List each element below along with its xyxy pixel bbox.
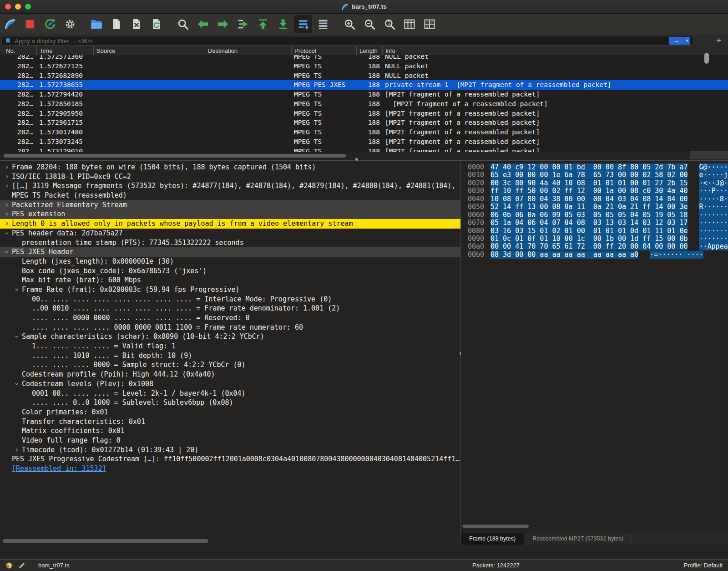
go-back-button[interactable] xyxy=(194,15,212,33)
collapse-icon[interactable]: › xyxy=(12,286,22,293)
collapse-icon[interactable]: › xyxy=(2,249,12,255)
detail-row[interactable]: presentation time stamp (PTS): 77345.351… xyxy=(0,238,460,248)
hex-bytes[interactable]: 00 3c 80 90 4a 40 10 08 01 01 01 00 01 2… xyxy=(490,179,688,187)
hex-ascii[interactable]: ···P···· ·····0J@ xyxy=(699,187,728,195)
packet-row[interactable]: 282…1.573017480MPEG TS188[MP2T fragment … xyxy=(0,127,728,137)
detail-row[interactable]: ›PES header data: 2d7ba75a27 xyxy=(0,229,460,238)
number-columns-button[interactable]: 123 xyxy=(420,15,439,33)
column-header-no[interactable]: No. xyxy=(0,46,36,55)
hex-bytes[interactable]: 65 e3 00 00 00 1e 6a 78 65 73 00 00 02 5… xyxy=(490,171,688,179)
hex-bytes[interactable]: ff 10 ff 50 00 02 ff 12 00 1a 00 08 c0 3… xyxy=(490,187,688,195)
packet-row[interactable]: 282…1.572571360MPEG TS188NULL packet xyxy=(0,55,728,61)
expand-icon[interactable]: › xyxy=(4,200,10,210)
detail-row[interactable]: Box code (jxes_box_code): 0x6a786573 ('j… xyxy=(0,266,460,276)
hex-bytes[interactable]: 10 08 07 80 04 38 00 00 00 04 03 04 08 1… xyxy=(490,195,688,203)
hex-bytes[interactable]: 08 3d 00 00 aa aa aa aa aa aa aa a0 xyxy=(490,251,638,259)
go-first-button[interactable] xyxy=(254,15,272,33)
zoom-button[interactable] xyxy=(25,4,31,10)
detail-row[interactable]: 00.. .... .... .... .... .... .... .... … xyxy=(0,295,460,304)
tab-reassembled[interactable]: Reassembled MP2T (573532 bytes) xyxy=(524,533,632,545)
tab-frame[interactable]: Frame (188 bytes) xyxy=(461,533,524,545)
reassembled-link-row[interactable]: [Reassembled in: 31532] xyxy=(0,464,460,474)
find-packet-button[interactable] xyxy=(174,15,192,33)
packet-row[interactable]: 282…1.572961715MPEG TS188[MP2T fragment … xyxy=(0,118,728,127)
zoom-in-button[interactable] xyxy=(340,15,359,33)
hex-ascii[interactable]: ··Appear ·· ····· xyxy=(699,243,728,250)
detail-row[interactable]: ›ISO/IEC 13818-1 PID=0xc9 CC=2 xyxy=(0,172,460,182)
detail-row[interactable]: .... .... 0..0 1000 = Sublevel: Sublev6b… xyxy=(0,398,460,408)
detail-row[interactable]: Color primaries: 0x01 xyxy=(0,408,460,417)
zoom-reset-button[interactable]: 1 xyxy=(380,15,399,33)
detail-row[interactable]: ..00 0010 .... .... .... .... .... .... … xyxy=(0,304,460,313)
collapse-icon[interactable]: › xyxy=(12,334,22,340)
hex-ascii[interactable]: ········ ········ xyxy=(699,235,728,243)
column-header-time[interactable]: Time xyxy=(36,46,93,55)
detail-row[interactable]: ›PES JXES Header xyxy=(0,247,460,257)
status-profile[interactable]: Profile: Default xyxy=(684,560,723,571)
close-file-button[interactable] xyxy=(127,15,146,33)
packet-row[interactable]: 282…1.572627125MPEG TS188NULL packet xyxy=(0,61,728,71)
column-header-info[interactable]: Info xyxy=(382,46,728,55)
column-header-length[interactable]: Length xyxy=(356,46,382,55)
column-header-destination[interactable]: Destination xyxy=(205,46,291,55)
capture-comment-icon[interactable] xyxy=(18,562,25,569)
column-header-source[interactable]: Source xyxy=(93,46,205,55)
detail-row[interactable]: ›Frame Rate (frat): 0x0200003c (59.94 fp… xyxy=(0,285,460,295)
packet-row[interactable]: 282…1.572682890MPEG TS188NULL packet xyxy=(0,71,728,81)
reload-file-button[interactable] xyxy=(147,15,166,33)
detail-row[interactable]: .... .... 0000 0000 .... .... .... .... … xyxy=(0,313,460,323)
close-button[interactable] xyxy=(5,4,11,10)
detail-row[interactable]: ›Packetized Elementary Stream xyxy=(0,200,460,210)
packet-row[interactable]: 282…1.572850185MPEG TS188 [MP2T fragment… xyxy=(0,99,728,109)
packet-row[interactable]: 282…1.572794420MPEG TS188[MP2T fragment … xyxy=(0,90,728,99)
detail-row[interactable]: Matrix coefficients: 0x01 xyxy=(0,426,460,436)
detail-row[interactable]: ›Codestream levels (Plev): 0x1008 xyxy=(0,379,460,389)
detail-row[interactable]: ›Timecode (tcod): 0x01272b14 (01:39:43 |… xyxy=(0,445,460,455)
detail-row[interactable]: ›PES extension xyxy=(0,209,460,219)
hex-ascii[interactable]: G@······ ·····-{· xyxy=(699,163,728,171)
stop-capture-button[interactable] xyxy=(21,15,39,33)
collapse-icon[interactable]: › xyxy=(12,381,22,387)
detail-row[interactable]: Codestream profile (Ppih): High 444.12 (… xyxy=(0,370,460,379)
packet-row-selected[interactable]: 282…1.572738655MPEG PES JXES188private-s… xyxy=(0,80,728,90)
hex-bytes[interactable]: 06 0b 06 0a 06 09 05 03 05 05 05 04 05 1… xyxy=(490,211,688,219)
hex-ascii[interactable]: e·····jx es···X·· xyxy=(699,171,728,179)
detail-row[interactable]: ›Sample characteristics (schar): 0x8090 … xyxy=(0,332,460,342)
bytes-horizontal-scrollbar-thumb[interactable] xyxy=(462,525,529,528)
display-filter-input[interactable]: Apply a display filter ... <⌘/> → ▾ xyxy=(2,36,693,46)
filter-bookmark-icon[interactable] xyxy=(5,37,11,45)
save-file-button[interactable] xyxy=(107,15,126,33)
hex-ascii[interactable]: ·····8·· ········ xyxy=(699,195,728,203)
start-capture-button[interactable] xyxy=(1,15,19,33)
resize-columns-button[interactable] xyxy=(400,15,419,33)
hex-bytes[interactable]: 47 40 c9 12 00 00 01 bd 00 00 8f 80 05 2… xyxy=(490,163,688,171)
hex-bytes[interactable]: 03 16 03 15 01 02 01 00 01 01 01 0d 01 1… xyxy=(490,227,688,235)
expand-icon[interactable]: › xyxy=(4,209,10,219)
detail-row[interactable]: ›[[…] 3119 Message fragments (573532 byt… xyxy=(0,181,460,191)
packet-row[interactable]: 282…1.573073245MPEG TS188[MP2T fragment … xyxy=(0,137,728,147)
expand-icon[interactable]: › xyxy=(4,219,10,229)
open-file-button[interactable] xyxy=(87,15,106,33)
detail-row[interactable]: Length (jxes_length): 0x0000001e (30) xyxy=(0,257,460,266)
packet-row[interactable]: 282…1.572905950MPEG TS188[MP2T fragment … xyxy=(0,109,728,118)
hex-ascii[interactable]: ········ ········ xyxy=(699,227,728,235)
detail-row[interactable]: Transfer characteristics: 0x01 xyxy=(0,417,460,427)
go-to-packet-button[interactable] xyxy=(234,15,252,33)
minimize-button[interactable] xyxy=(15,4,21,10)
detail-row[interactable]: PES JXES Progressive Codestream […]: ff1… xyxy=(0,454,460,464)
go-last-button[interactable] xyxy=(274,15,292,33)
detail-row[interactable]: 1... .... .... .... = Valid flag: 1 xyxy=(0,342,460,351)
hex-ascii[interactable]: ·=······ ···· xyxy=(650,251,703,259)
hex-bytes[interactable]: 01 0c 01 0f 01 10 00 1c 00 1b 00 1d ff 1… xyxy=(490,235,688,243)
add-filter-button[interactable]: + xyxy=(713,36,724,46)
collapse-icon[interactable]: › xyxy=(2,230,12,236)
hex-ascii[interactable]: ········ ········ xyxy=(699,219,728,227)
hex-bytes[interactable]: 52 14 ff 13 00 08 0a 11 0a 21 0a 21 ff 1… xyxy=(490,203,688,211)
go-forward-button[interactable] xyxy=(214,15,232,33)
hex-bytes[interactable]: 00 00 41 70 70 65 61 72 00 ff 20 00 04 0… xyxy=(490,243,688,250)
detail-row[interactable]: MPEG TS Packet (reassembled) xyxy=(0,191,460,200)
detail-row[interactable]: .... .... 1010 .... = Bit depth: 10 (9) xyxy=(0,351,460,361)
column-header-protocol[interactable]: Protocol xyxy=(291,46,356,55)
expand-icon[interactable]: › xyxy=(4,181,10,191)
packet-list-horizontal-scrollbar-thumb[interactable] xyxy=(4,154,346,158)
